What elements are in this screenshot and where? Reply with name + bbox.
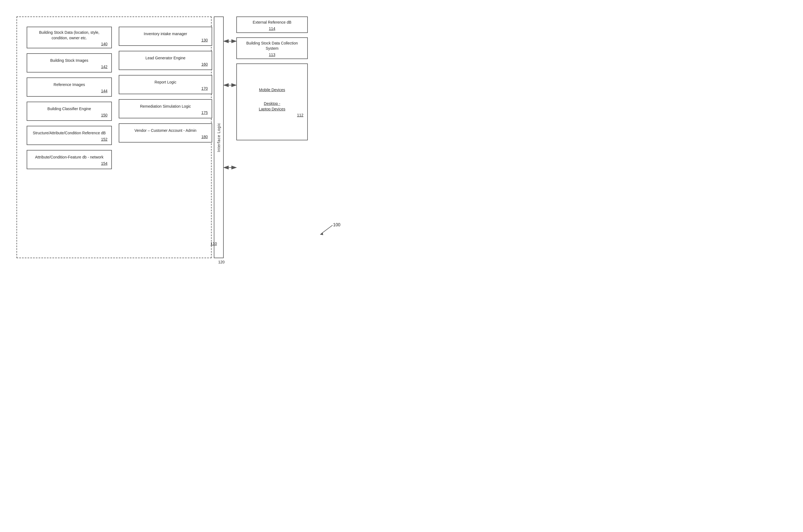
box-154-text: Attribute/Condition-Feature db - network [35,155,103,160]
box-112-mobile-text: Mobile Devices [259,87,285,93]
box-112-number: 112 [297,113,303,117]
box-113-number: 113 [241,53,303,57]
box-attribute-condition: Attribute/Condition-Feature db - network… [27,150,112,169]
box-140-text: Building Stock Data (location, style, co… [31,30,108,41]
box-mobile-desktop: Mobile Devices Desktop -Laptop Devices 1… [236,63,308,140]
box-154-number: 154 [101,161,108,166]
box-130-number: 130 [202,38,208,42]
box-175-text: Remediation Simulation Logic [140,104,191,109]
box-150-text: Building Classifier Engine [48,106,91,112]
box-144-number: 144 [101,89,108,93]
external-column: External Reference dB 114 Building Stock… [236,17,308,145]
box-160-number: 160 [202,62,208,66]
box-reference-images: Reference Images 144 [27,77,112,97]
box-170-number: 170 [202,86,208,91]
box-144-text: Reference Images [54,82,85,88]
box-152-number: 152 [101,137,108,141]
diagram-100-area: 100 [316,223,343,240]
box-114-number: 114 [241,26,303,31]
box-112-desktop-text: Desktop -Laptop Devices [259,101,285,112]
box-150-number: 150 [101,113,108,117]
box-180-text: Vendor – Customer Account - Admin [134,128,197,133]
box-inventory-intake: Inventory intake manager 130 [119,27,212,46]
box-180-number: 180 [202,135,208,139]
box-114-text: External Reference dB [241,20,303,25]
box-142-text: Building Stock Images [50,58,89,63]
left-column: Building Stock Data (location, style, co… [27,27,112,174]
right-column: Inventory intake manager 130 Lead Genera… [119,27,212,148]
box-building-stock-images: Building Stock Images 142 [27,53,112,73]
box-remediation-simulation: Remediation Simulation Logic 175 [119,99,212,118]
svg-marker-6 [320,232,323,235]
interface-logic-label: Interface Logic [217,123,221,152]
box-lead-generator: Lead Generator Engine 160 [119,51,212,70]
box-152-text: Structure/Attribute/Condition Reference … [33,131,106,136]
box-vendor-customer: Vendor – Customer Account - Admin 180 [119,123,212,142]
box-building-classifier: Building Classifier Engine 150 [27,102,112,121]
box-142-number: 142 [101,64,108,69]
box-175-number: 175 [202,110,208,115]
box-140-number: 140 [101,42,108,46]
box-160-text: Lead Generator Engine [145,56,186,61]
box-report-logic: Report Logic 170 [119,75,212,94]
svg-line-5 [321,225,333,233]
interface-logic-bar: Interface Logic [214,17,224,258]
box-building-stock-collection: Building Stock Data Collection System 11… [236,37,308,59]
box-building-stock-data: Building Stock Data (location, style, co… [27,27,112,48]
box-170-text: Report Logic [154,80,176,85]
box-113-text: Building Stock Data Collection System [241,41,303,51]
main-system-box: Building Stock Data (location, style, co… [17,17,211,258]
label-120: 120 [218,260,225,264]
box-external-ref-db: External Reference dB 114 [236,17,308,33]
label-100: 100 [333,223,340,227]
box-structure-attribute: Structure/Attribute/Condition Reference … [27,126,112,145]
box-130-text: Inventory intake manager [144,31,187,37]
diagram-container: Building Stock Data (location, style, co… [11,11,391,255]
